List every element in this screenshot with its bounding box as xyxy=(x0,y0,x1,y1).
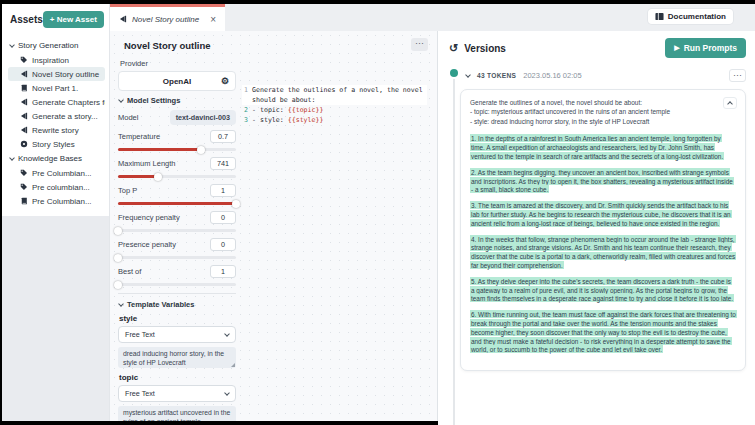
prompt-icon xyxy=(20,70,28,78)
chevron-down-icon xyxy=(224,390,230,396)
tree-section-label: Knowledge Bases xyxy=(18,154,82,163)
tab-novel-story-outline[interactable]: Novel Story outline × xyxy=(110,4,225,31)
sidebar-item-novel-part-1[interactable]: Novel Part 1. xyxy=(8,81,105,95)
slider-thumb[interactable] xyxy=(232,200,240,208)
style-value-textarea[interactable]: dread inducing horror story, in the styl… xyxy=(118,347,236,368)
run-prompts-button[interactable]: ▶ Run Prompts xyxy=(665,38,746,58)
top-p-slider[interactable] xyxy=(118,202,236,205)
documentation-button[interactable]: Documentation xyxy=(648,9,733,24)
slider-thumb[interactable] xyxy=(114,281,122,289)
model-config-form: Provider OpenAI ⚙ Model Settings Model t… xyxy=(118,57,236,421)
param-top-p: Top P 1 xyxy=(118,184,236,205)
new-asset-button[interactable]: + New Asset xyxy=(43,11,104,28)
output-paragraph-4: 4. In the weeks that follow, strange phe… xyxy=(470,235,736,270)
param-label: Frequency penalty xyxy=(118,213,180,222)
temperature-input[interactable]: 0.7 xyxy=(210,130,236,143)
sidebar-item-novel-story-outline[interactable]: Novel Story outline xyxy=(8,67,105,81)
slider-thumb[interactable] xyxy=(154,173,162,181)
version-timestamp: 2023.05.16 02:05 xyxy=(523,71,581,80)
styles-icon xyxy=(20,140,28,148)
top-p-input[interactable]: 1 xyxy=(210,184,236,197)
slider-thumb[interactable] xyxy=(197,146,205,154)
presence-penalty-slider[interactable] xyxy=(118,256,236,259)
sidebar-item-generate-chapters[interactable]: Generate Chapters for... xyxy=(8,95,105,109)
maximum-length-slider[interactable] xyxy=(118,175,236,178)
temperature-slider[interactable] xyxy=(118,148,236,151)
prompt-editor[interactable]: 1 Generate the outlines of a novel, the … xyxy=(242,85,427,125)
version-more-button[interactable]: ··· xyxy=(729,69,746,82)
gear-icon[interactable]: ⚙ xyxy=(221,76,229,86)
output-paragraph-1: 1. In the depths of a rainforest in Sout… xyxy=(470,135,736,161)
slider-thumb[interactable] xyxy=(114,227,122,235)
tree-item-label: Rewrite story xyxy=(32,126,79,135)
chevron-down-icon xyxy=(9,42,15,48)
sidebar-item-pre-columbian-3[interactable]: Pre Columbian... xyxy=(8,194,105,208)
provider-select[interactable]: OpenAI ⚙ xyxy=(118,71,236,91)
presence-penalty-input[interactable]: 0 xyxy=(210,238,236,251)
editor-text: - topic: xyxy=(252,106,288,114)
sidebar-item-pre-columbian-2[interactable]: Pre columbian... xyxy=(8,180,105,194)
chevron-down-icon xyxy=(224,331,230,337)
style-type-select[interactable]: Free Text xyxy=(118,326,236,343)
param-label: Presence penalty xyxy=(118,240,176,249)
param-label: Temperature xyxy=(118,132,160,141)
sidebar-item-story-styles[interactable]: Story Styles xyxy=(8,137,105,151)
model-settings-toggle[interactable]: Model Settings xyxy=(119,96,236,105)
app-window: Assets + New Asset Story Generation Insp… xyxy=(2,4,755,425)
prompt-icon xyxy=(20,112,28,120)
version-entry-header[interactable]: 43 TOKENS 2023.05.16 02:05 ··· xyxy=(466,68,746,83)
template-variables-toggle[interactable]: Template Variables xyxy=(119,300,236,309)
versions-panel: ↺ Versions ▶ Run Prompts 43 TOKENS 2023.… xyxy=(438,31,755,425)
assets-sidebar: Assets + New Asset Story Generation Insp… xyxy=(2,4,110,421)
version-timeline xyxy=(453,75,455,425)
tree-item-label: Story Styles xyxy=(32,140,75,149)
close-icon[interactable]: × xyxy=(210,14,216,25)
frequency-penalty-input[interactable]: 0 xyxy=(210,211,236,224)
tree-section-knowledge-bases[interactable]: Knowledge Bases xyxy=(8,151,105,166)
chevron-down-icon xyxy=(118,301,124,307)
provider-value: OpenAI xyxy=(163,77,191,86)
editor-line-3[interactable]: 3 - style: {{style}} xyxy=(242,115,427,125)
param-presence-penalty: Presence penalty 0 xyxy=(118,238,236,259)
editor-line-1[interactable]: 1 Generate the outlines of a novel, the … xyxy=(242,85,427,105)
history-icon[interactable]: ↺ xyxy=(449,43,458,53)
tree-item-label: Inspiration xyxy=(32,56,69,65)
editor-line-2[interactable]: 2 - topic: {{topic}} xyxy=(242,105,427,115)
output-paragraph-5: 5. As they delve deeper into the cube's … xyxy=(470,277,736,303)
prompt-line: - style: dread inducing horror story, in… xyxy=(470,117,718,126)
topic-value-textarea[interactable]: mysterious artifact uncovered in the rui… xyxy=(118,406,236,421)
best-of-input[interactable]: 1 xyxy=(210,265,236,278)
sidebar-item-inspiration[interactable]: Inspiration xyxy=(8,53,105,67)
template-token: {{topic}} xyxy=(288,106,324,114)
topic-value-text: mysterious artifact uncovered in the rui… xyxy=(123,409,230,421)
select-value: Free Text xyxy=(125,389,155,398)
model-label: Model xyxy=(118,113,138,122)
model-value[interactable]: text-davinci-003 xyxy=(170,110,236,125)
chevron-down-icon xyxy=(118,97,124,103)
tag-icon xyxy=(20,56,28,64)
sidebar-item-generate-a-story[interactable]: Generate a story... xyxy=(8,109,105,123)
output-paragraph-6: 6. With time running out, the team must … xyxy=(470,311,736,355)
tree-section-story-generation[interactable]: Story Generation xyxy=(8,38,105,53)
maximum-length-input[interactable]: 741 xyxy=(210,157,236,170)
prompt-icon xyxy=(20,126,28,134)
play-icon: ▶ xyxy=(674,44,679,52)
tree-item-label: Novel Part 1. xyxy=(32,84,78,93)
chevron-down-icon[interactable] xyxy=(465,72,471,78)
output-paragraph-3: 3. The team is amazed at the discovery, … xyxy=(470,202,736,228)
frequency-penalty-slider[interactable] xyxy=(118,229,236,232)
canvas-more-button[interactable]: ··· xyxy=(411,38,428,51)
topic-type-select[interactable]: Free Text xyxy=(118,385,236,402)
resize-handle[interactable] xyxy=(231,363,235,367)
editor-text: Generate the outlines of a novel, the no… xyxy=(252,86,427,104)
version-result-card: Generate the outlines of a novel, the no… xyxy=(460,89,746,371)
run-prompts-label: Run Prompts xyxy=(684,43,737,53)
slider-thumb[interactable] xyxy=(114,254,122,262)
variable-name-topic: topic xyxy=(119,373,236,382)
tree-item-label: Pre Columbian... xyxy=(32,169,92,178)
param-label: Maximum Length xyxy=(118,159,176,168)
best-of-slider[interactable] xyxy=(118,283,236,286)
sidebar-item-rewrite-story[interactable]: Rewrite story xyxy=(8,123,105,137)
sidebar-item-pre-columbian-1[interactable]: Pre Columbian... xyxy=(8,166,105,180)
collapse-button[interactable] xyxy=(723,97,737,109)
